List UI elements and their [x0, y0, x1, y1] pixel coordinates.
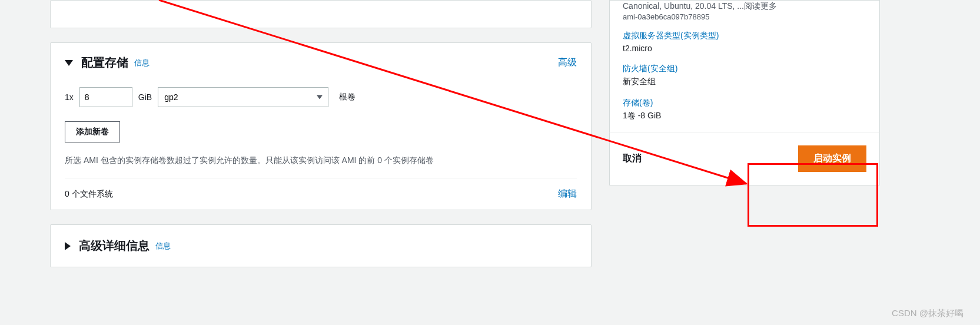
- storage-info-link[interactable]: 信息: [134, 58, 150, 68]
- advanced-section: 高级详细信息 信息: [50, 224, 592, 267]
- add-volume-button[interactable]: 添加新卷: [65, 121, 120, 142]
- summary-ami-id: ami-0a3eb6ca097b78895: [623, 12, 866, 21]
- instance-type-link[interactable]: 虚拟服务器类型(实例类型): [623, 31, 866, 41]
- filesystem-row: 0 个文件系统 编辑: [65, 178, 577, 210]
- filesystem-edit-link[interactable]: 编辑: [558, 188, 577, 200]
- storage-advanced-link[interactable]: 高级: [558, 57, 577, 69]
- storage-note: 所选 AMI 包含的实例存储卷数超过了实例允许的数量。只能从该实例访问该 AMI…: [65, 155, 577, 166]
- volume-qty-label: 1x: [65, 92, 74, 102]
- advanced-info-link[interactable]: 信息: [155, 241, 171, 251]
- storage-section: 配置存储 信息 高级 1x GiB 根卷 添加新卷 所选 AMI 包含的实例存储…: [50, 42, 592, 210]
- caret-right-icon[interactable]: [65, 242, 71, 250]
- summary-panel: Canonical, Ubuntu, 20.04 LTS, ...阅读更多 am…: [609, 0, 880, 132]
- storage-value: 1卷 -8 GiB: [623, 111, 866, 121]
- placeholder-card: [50, 0, 592, 28]
- volume-unit-label: GiB: [138, 92, 152, 102]
- cancel-button[interactable]: 取消: [623, 147, 642, 171]
- summary-ami-line: Canonical, Ubuntu, 20.04 LTS, ...阅读更多: [623, 1, 866, 12]
- footer-bar: 取消 启动实例: [609, 132, 880, 185]
- launch-instance-button[interactable]: 启动实例: [798, 145, 866, 172]
- firewall-value: 新安全组: [623, 77, 866, 87]
- volume-row: 1x GiB 根卷: [65, 87, 577, 107]
- volume-size-input[interactable]: [79, 87, 132, 107]
- advanced-title: 高级详细信息: [79, 238, 150, 254]
- volume-type-select[interactable]: [158, 87, 328, 107]
- storage-title: 配置存储: [81, 55, 128, 71]
- firewall-link[interactable]: 防火墙(安全组): [623, 64, 866, 74]
- filesystem-count: 0 个文件系统: [65, 189, 113, 200]
- watermark: CSDN @抹茶好喝: [892, 308, 964, 319]
- caret-down-icon[interactable]: [65, 60, 73, 66]
- storage-header: 配置存储 信息 高级: [65, 55, 577, 71]
- storage-link[interactable]: 存储(卷): [623, 98, 866, 108]
- root-volume-label: 根卷: [339, 92, 356, 102]
- instance-type-value: t2.micro: [623, 44, 866, 53]
